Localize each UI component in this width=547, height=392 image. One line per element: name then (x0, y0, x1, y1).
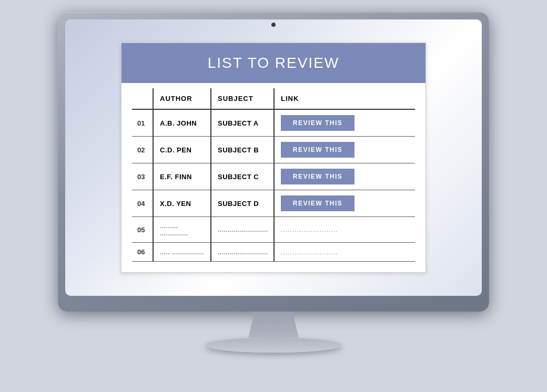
row-link: ......................... (274, 217, 415, 243)
review-this-button[interactable]: REVIEW THIS (281, 195, 354, 211)
row-subject: ......................... (211, 243, 274, 262)
row-link[interactable]: REVIEW THIS (274, 109, 415, 137)
row-author: C.D. PEN (153, 137, 211, 163)
col-link-header: LINK (274, 88, 415, 109)
row-num: 03 (132, 163, 153, 190)
camera-dot (271, 23, 276, 27)
slide-title: LIST TO REVIEW (137, 55, 410, 71)
row-subject: SUBJECT B (211, 137, 274, 163)
row-link: ......................... (274, 243, 415, 262)
screen: LIST TO REVIEW AUTHOR SUBJECT LINK (65, 19, 482, 296)
review-this-button[interactable]: REVIEW THIS (281, 169, 354, 184)
table-row: 03E.F. FINNSUBJECT CREVIEW THIS (132, 163, 415, 190)
monitor-outer: LIST TO REVIEW AUTHOR SUBJECT LINK (58, 12, 489, 312)
col-num-header (132, 88, 153, 109)
row-num: 05 (132, 217, 153, 243)
row-author: ..... ................ (153, 243, 211, 262)
col-subject-header: SUBJECT (211, 88, 274, 109)
row-author: ......... .............. (153, 217, 211, 243)
monitor-wrapper: LIST TO REVIEW AUTHOR SUBJECT LINK (58, 12, 489, 380)
slide-content: LIST TO REVIEW AUTHOR SUBJECT LINK (121, 43, 426, 273)
row-link[interactable]: REVIEW THIS (274, 163, 415, 190)
row-num: 01 (132, 109, 153, 137)
table-row: 04X.D. YENSUBJECT DREVIEW THIS (132, 190, 415, 217)
review-this-button[interactable]: REVIEW THIS (281, 115, 354, 131)
row-author: A.B. JOHN (153, 109, 211, 137)
row-author: E.F. FINN (153, 163, 211, 190)
row-num: 06 (132, 243, 153, 262)
col-author-header: AUTHOR (153, 88, 211, 109)
slide-header: LIST TO REVIEW (121, 43, 426, 83)
row-author: X.D. YEN (153, 190, 211, 217)
table-row: 01A.B. JOHNSUBJECT AREVIEW THIS (132, 109, 415, 137)
row-link[interactable]: REVIEW THIS (274, 137, 415, 163)
row-subject: SUBJECT A (211, 109, 274, 137)
monitor-stand-base (205, 338, 342, 353)
monitor-stand-neck (242, 312, 305, 338)
monitor-bezel: LIST TO REVIEW AUTHOR SUBJECT LINK (65, 19, 482, 296)
table-row: 02C.D. PENSUBJECT BREVIEW THIS (132, 137, 415, 163)
row-subject: SUBJECT D (211, 190, 274, 217)
row-subject: ......................... (211, 217, 274, 243)
row-num: 04 (132, 190, 153, 217)
row-link[interactable]: REVIEW THIS (274, 190, 415, 217)
slide-table-area: AUTHOR SUBJECT LINK 01A.B. JOHNSUBJECT A… (121, 83, 426, 272)
table-row: 06..... ................................… (132, 243, 415, 262)
row-subject: SUBJECT C (211, 163, 274, 190)
table-row: 05......... ............................… (132, 217, 415, 243)
review-this-button[interactable]: REVIEW THIS (281, 142, 354, 158)
row-num: 02 (132, 137, 153, 163)
review-table: AUTHOR SUBJECT LINK 01A.B. JOHNSUBJECT A… (132, 88, 415, 262)
